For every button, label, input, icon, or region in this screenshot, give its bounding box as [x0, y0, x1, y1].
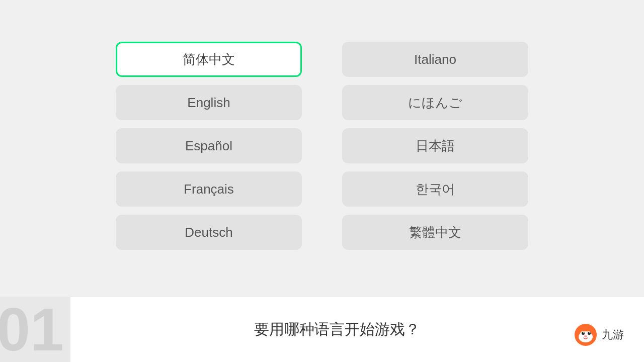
language-grid: 简体中文 Italiano English にほんご Español 日本語 F… [116, 12, 528, 280]
lang-btn-italiano[interactable]: Italiano [342, 42, 528, 77]
jiuyou-mascot-icon [574, 323, 598, 347]
lang-btn-english[interactable]: English [116, 85, 302, 120]
lang-btn-korean[interactable]: 한국어 [342, 171, 528, 207]
lang-btn-nihongo[interactable]: にほんご [342, 85, 528, 120]
svg-point-8 [584, 335, 587, 337]
lang-btn-japanese[interactable]: 日本語 [342, 128, 528, 163]
language-selection-area: 简体中文 Italiano English にほんご Español 日本語 F… [0, 0, 644, 292]
svg-point-6 [583, 332, 584, 333]
lang-btn-simplified-chinese[interactable]: 简体中文 [116, 42, 302, 77]
lang-btn-traditional-chinese[interactable]: 繁體中文 [342, 215, 528, 250]
jiuyou-text: 九游 [602, 327, 624, 342]
lang-btn-espanol[interactable]: Español [116, 128, 302, 163]
svg-point-7 [589, 332, 590, 333]
lang-btn-francais[interactable]: Français [116, 171, 302, 207]
bottom-bar: 01 要用哪种语言开始游戏？ 九游 [0, 297, 644, 362]
language-question: 要用哪种语言开始游戏？ [254, 319, 420, 340]
svg-point-5 [588, 332, 591, 335]
decoration-number: 01 [0, 299, 64, 359]
jiuyou-logo: 九游 [574, 323, 624, 347]
lang-btn-deutsch[interactable]: Deutsch [116, 215, 302, 250]
decoration-block: 01 [0, 297, 70, 362]
svg-point-4 [582, 332, 585, 335]
